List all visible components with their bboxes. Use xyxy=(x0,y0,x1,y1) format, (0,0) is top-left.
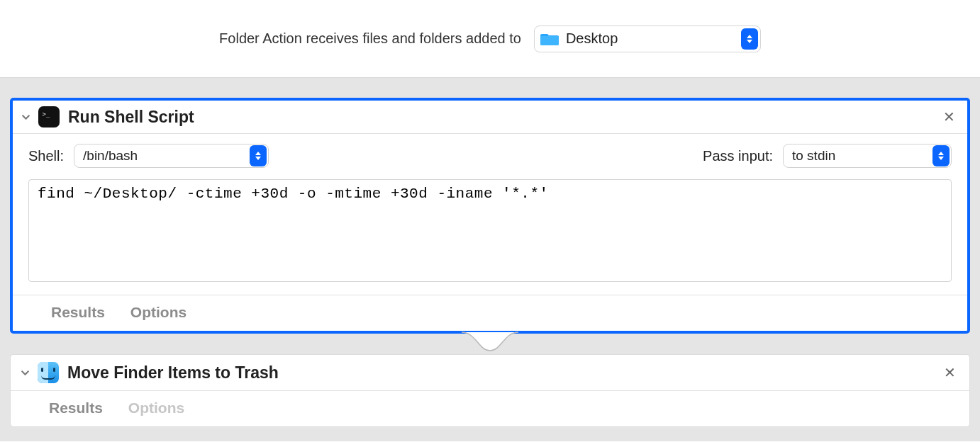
options-tab[interactable]: Options xyxy=(130,304,186,321)
pass-input-value: to stdin xyxy=(792,148,927,164)
action-header: Move Finder Items to Trash ✕ xyxy=(11,355,969,390)
shell-select[interactable]: /bin/bash xyxy=(74,144,269,168)
close-icon[interactable]: ✕ xyxy=(941,366,958,380)
shell-label: Shell: xyxy=(28,148,64,164)
workflow-input-label: Folder Action receives files and folders… xyxy=(219,30,521,47)
results-tab[interactable]: Results xyxy=(49,400,103,416)
finder-icon xyxy=(38,362,59,383)
action-title: Run Shell Script xyxy=(68,108,940,127)
select-stepper-icon xyxy=(250,145,267,166)
disclosure-chevron-icon[interactable] xyxy=(18,368,32,378)
pass-input-label: Pass input: xyxy=(703,148,773,164)
workflow-input-bar: Folder Action receives files and folders… xyxy=(0,0,980,78)
folder-icon xyxy=(540,31,559,47)
action-body: Shell: /bin/bash Pass input: to stdin xyxy=(13,133,967,295)
action-header: >_ Run Shell Script ✕ xyxy=(13,101,967,133)
action-footer: Results Options xyxy=(13,295,967,331)
disclosure-chevron-icon[interactable] xyxy=(18,113,33,122)
script-textarea[interactable]: find ~/Desktop/ -ctime +30d -o -mtime +3… xyxy=(28,179,952,282)
close-icon[interactable]: ✕ xyxy=(940,110,957,124)
results-tab[interactable]: Results xyxy=(51,304,105,321)
action-move-finder-items-to-trash[interactable]: Move Finder Items to Trash ✕ Results Opt… xyxy=(10,354,970,427)
pass-input-select[interactable]: to stdin xyxy=(783,144,952,168)
action-title: Move Finder Items to Trash xyxy=(67,363,941,382)
folder-select-value: Desktop xyxy=(566,30,735,47)
options-tab: Options xyxy=(128,400,184,416)
action-run-shell-script[interactable]: >_ Run Shell Script ✕ Shell: /bin/bash P… xyxy=(10,98,970,334)
workflow-canvas[interactable]: >_ Run Shell Script ✕ Shell: /bin/bash P… xyxy=(0,78,980,441)
terminal-icon: >_ xyxy=(38,106,60,128)
action-footer: Results Options xyxy=(11,390,969,426)
select-stepper-icon xyxy=(741,28,758,50)
shell-select-value: /bin/bash xyxy=(83,148,244,164)
folder-select[interactable]: Desktop xyxy=(534,26,761,52)
select-stepper-icon xyxy=(932,145,950,166)
action-connector xyxy=(10,333,970,357)
